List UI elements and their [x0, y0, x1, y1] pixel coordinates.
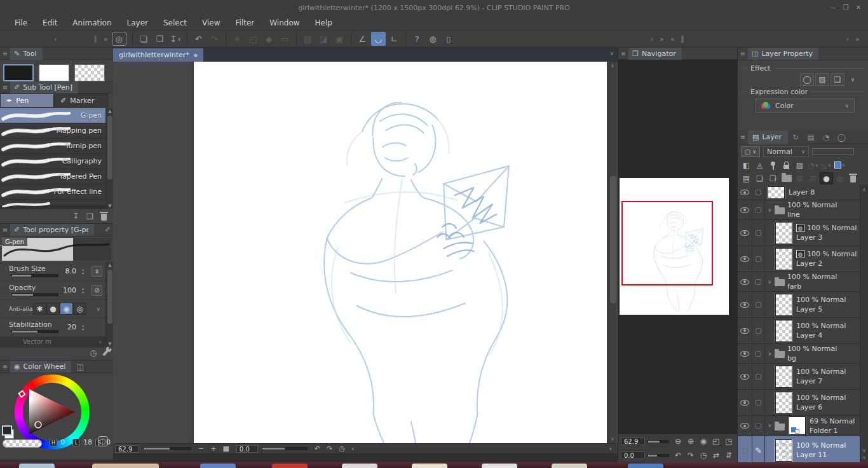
spinner-icon[interactable]: ▴▾ — [82, 268, 84, 275]
navigator-thumbnail[interactable] — [620, 178, 729, 315]
selection-checkbox[interactable] — [752, 344, 765, 363]
subtool-category-pen[interactable]: ✒Pen — [0, 93, 54, 107]
sub-tool-menu-icon[interactable]: ≡ — [0, 84, 10, 91]
layer-thumbnail[interactable] — [775, 392, 792, 414]
visibility-checkbox[interactable] — [738, 436, 752, 464]
layer-thumbnail[interactable] — [775, 294, 792, 316]
layer-list-scrollbar[interactable]: ∧ ∨ ∨ — [860, 185, 868, 462]
tab-navigator[interactable]: ❐ Navigator — [628, 48, 682, 60]
menu-item-animation[interactable]: Animation — [65, 17, 118, 29]
visibility-eye-icon[interactable] — [738, 272, 752, 291]
new-raster-layer-icon[interactable]: ❏ — [753, 172, 766, 184]
layer-row-layer-8[interactable]: Layer 8 — [738, 185, 860, 200]
enable-mask-icon[interactable]: ◔∨ — [806, 159, 820, 171]
layer-name[interactable]: farb — [787, 282, 837, 291]
visibility-eye-icon[interactable] — [738, 416, 752, 436]
layer-property-menu-icon[interactable]: ≡ — [738, 50, 748, 57]
selection-checkbox[interactable] — [752, 318, 765, 343]
folder-expand-chevron-icon[interactable]: ∨ — [766, 351, 773, 357]
taskbar-app-icon[interactable] — [19, 464, 55, 468]
menu-item-filter[interactable]: Filter — [229, 17, 262, 29]
taskbar-app-icon[interactable] — [552, 464, 587, 468]
border-effect-icon[interactable]: ◯ — [800, 73, 814, 86]
duplicate-sub-tool-icon[interactable]: ❑ — [86, 212, 93, 221]
layer-panel-menu-icon[interactable]: ≡ — [738, 134, 748, 141]
layer-folder-row-folder-1[interactable]: ∨69 % NormalFolder 1 — [738, 416, 860, 436]
scroll-up-icon[interactable]: ∧ — [611, 63, 614, 69]
navigator-rotation-slider[interactable] — [648, 454, 669, 457]
layer-color-icon[interactable]: ∨ — [833, 159, 846, 171]
visibility-eye-icon[interactable] — [738, 246, 752, 272]
taskbar-app-icon[interactable] — [92, 464, 159, 468]
hint-icon[interactable]: ? — [410, 32, 424, 46]
clip-studio-logo-icon[interactable]: ◎ — [112, 32, 126, 46]
layer-name[interactable]: Layer 3 — [796, 233, 857, 242]
property-value[interactable]: 100 — [57, 286, 76, 294]
rotate-left-icon[interactable]: ↶ — [672, 450, 684, 461]
main-color-swatch[interactable] — [3, 64, 34, 81]
tool-property-scrollbar[interactable]: ▲ ▼ — [105, 262, 113, 347]
scroll-up-icon[interactable]: ∧ — [860, 187, 868, 193]
visibility-eye-icon[interactable] — [738, 390, 752, 415]
transparent-color-swatch[interactable] — [74, 64, 105, 81]
selection-checkbox[interactable] — [752, 292, 765, 317]
rotation-slider[interactable] — [262, 447, 308, 450]
lock-layer-icon[interactable] — [780, 159, 793, 171]
layer-name[interactable]: Layer 11 — [796, 451, 846, 459]
companion-device-icon[interactable]: ▯ — [442, 32, 456, 46]
tab-list-chevron-icon[interactable]: ∨ — [609, 50, 614, 57]
taskbar-app-icon[interactable] — [342, 464, 377, 468]
taskbar-app-icon[interactable] — [200, 464, 236, 468]
sv-triangle[interactable] — [23, 383, 81, 441]
visibility-eye-icon[interactable] — [738, 344, 752, 363]
reset-rotation-icon[interactable]: ◷ — [336, 444, 348, 453]
folder-expand-chevron-icon[interactable]: ∨ — [766, 279, 773, 285]
document-tab[interactable]: girlwithletterwinter* ● — [113, 48, 203, 62]
scale-rotate-icon[interactable]: ◰ — [246, 32, 261, 46]
menu-item-window[interactable]: Window — [262, 17, 306, 29]
spinner-icon[interactable]: ▴▾ — [82, 324, 84, 331]
visibility-eye-icon[interactable] — [738, 220, 752, 245]
subtool-category-marker[interactable]: ✐Marker — [54, 93, 108, 107]
new-vector-layer-icon[interactable]: ❒ — [766, 172, 780, 184]
delete-sub-tool-icon[interactable] — [101, 214, 107, 221]
blend-mode-dropdown[interactable]: Normal ∨ — [763, 146, 809, 157]
property-slider[interactable] — [11, 274, 58, 277]
layer-name[interactable]: Layer 5 — [796, 305, 846, 313]
brush-item-g-pen[interactable]: G-pen — [0, 108, 105, 123]
tab-sub-tool[interactable]: ✐ Sub Tool [Pen] — [10, 81, 78, 93]
reset-all-settings-icon[interactable]: ◷ — [90, 348, 97, 357]
layer-name[interactable]: Layer 4 — [796, 331, 846, 340]
property-value[interactable]: 8.0 — [57, 267, 76, 275]
fit-to-screen-icon[interactable]: ■ — [219, 444, 232, 453]
layer-folder-row-farb[interactable]: ∨100 % Normalfarb — [738, 272, 860, 292]
fill-icon[interactable]: ◆ — [262, 32, 276, 46]
layer-thumbnail[interactable] — [775, 366, 792, 388]
reference-layer-icon[interactable]: ◬ — [753, 159, 766, 171]
layer-row-layer-4[interactable]: 100 % NormalLayer 4 — [738, 318, 860, 344]
reset-zoom-icon[interactable]: ◉ — [697, 436, 710, 447]
scroll-right-icon[interactable]: › — [606, 444, 615, 453]
layer-thumbnail[interactable] — [768, 186, 785, 199]
layer-folder-row-bg[interactable]: ∨100 % Normalbg — [738, 344, 860, 364]
tab-screen-icon[interactable]: ▤ — [803, 133, 818, 142]
snap-to-special-ruler-icon[interactable]: ◡ — [371, 32, 386, 46]
menu-item-view[interactable]: View — [195, 17, 227, 29]
taskbar-app-icon[interactable] — [412, 464, 447, 468]
aa-strong-icon[interactable]: ◎ — [73, 303, 86, 315]
selection-checkbox[interactable] — [752, 390, 765, 415]
aa-weak-icon[interactable]: ● — [46, 303, 60, 315]
snap-to-ruler-icon[interactable]: ∠ — [355, 32, 370, 46]
layer-thumbnail[interactable] — [775, 222, 792, 244]
color-mode-toggle-icon[interactable]: ◯ — [98, 436, 108, 446]
tab-tool-property[interactable]: ✐ Tool property [G-pe — [10, 224, 94, 236]
create-layer-mask-icon[interactable]: ● — [820, 172, 833, 184]
menu-item-edit[interactable]: Edit — [36, 17, 64, 29]
selection-border-icon[interactable]: ▣ — [332, 32, 347, 46]
layer-row-layer-11[interactable]: ✎100 % NormalLayer 11 — [738, 436, 860, 465]
layer-thumbnail[interactable] — [775, 320, 792, 342]
wrench-icon[interactable] — [102, 350, 108, 356]
folder-expand-chevron-icon[interactable]: ∨ — [766, 423, 773, 429]
merge-down-icon[interactable]: ⊟ — [806, 172, 820, 184]
taskbar-app-icon[interactable] — [628, 464, 663, 468]
